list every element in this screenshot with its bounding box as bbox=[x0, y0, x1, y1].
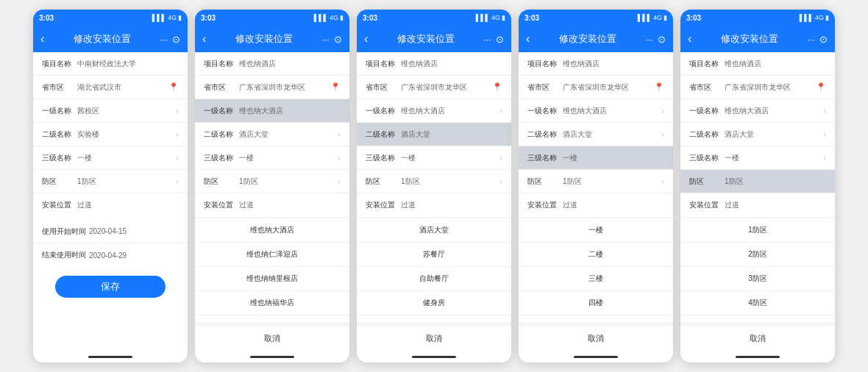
s5-dropdown-item-4[interactable]: 5防区 bbox=[680, 315, 835, 322]
s3-level1-arrow: › bbox=[499, 106, 502, 116]
nav-title-5: 修改安装位置 bbox=[721, 32, 778, 46]
s2-dropdown-item-2[interactable]: 维也纳纳里根店 bbox=[195, 267, 349, 291]
s5-dropdown-item-2[interactable]: 3防区 bbox=[680, 267, 835, 291]
end-date-value: 2020-04-29 bbox=[89, 251, 179, 260]
menu-icon-5[interactable]: ··· bbox=[807, 34, 815, 45]
settings-icon-5[interactable]: ⊙ bbox=[819, 34, 828, 45]
s5-dropdown-item-0[interactable]: 1防区 bbox=[680, 218, 835, 243]
s2-dropdown-item-1[interactable]: 维也纳仁泽迎店 bbox=[195, 243, 349, 267]
s2-level2-row[interactable]: 二级名称 酒店大堂 › bbox=[195, 123, 349, 146]
back-button-4[interactable]: ‹ bbox=[526, 32, 530, 46]
s3-zone-label: 防区 bbox=[366, 176, 398, 187]
s3-dropdown-item-2[interactable]: 自助餐厅 bbox=[357, 267, 511, 291]
s5-level3-row[interactable]: 三级名称 一楼 › bbox=[680, 146, 835, 170]
zone-arrow: › bbox=[176, 176, 179, 187]
save-button[interactable]: 保存 bbox=[55, 276, 166, 298]
s2-install-row[interactable]: 安装位置 过道 bbox=[195, 193, 349, 217]
s5-region-row[interactable]: 省市区 广东省深圳市龙华区 📍 bbox=[680, 76, 835, 99]
network-icon-4: 4G bbox=[653, 14, 662, 21]
level1-row[interactable]: 一级名称 茜校区 › bbox=[33, 99, 188, 123]
settings-icon-1[interactable]: ⊙ bbox=[172, 34, 180, 45]
s5-install-row[interactable]: 安装位置 过道 bbox=[680, 193, 835, 217]
s4-install-row[interactable]: 安装位置 过道 bbox=[519, 193, 673, 217]
s3-project-value: 维也纳酒店 bbox=[401, 59, 502, 69]
s3-dropdown-item-0[interactable]: 酒店大堂 bbox=[357, 218, 511, 243]
s4-dropdown-item-0[interactable]: 一楼 bbox=[519, 218, 673, 243]
status-bar-3: 3:03 ▌▌▌ 4G ▮ bbox=[357, 10, 511, 26]
phone-screen-2: 3:03 ▌▌▌ 4G ▮ ‹ 修改安装位置 ··· ⊙ 项目名称 维也纳酒店 … bbox=[195, 10, 349, 362]
s4-zone-arrow: › bbox=[661, 176, 664, 187]
s4-dropdown-item-4[interactable]: 五楼 bbox=[519, 315, 673, 322]
s2-region-row[interactable]: 省市区 广东省深圳市龙华区 📍 bbox=[195, 76, 349, 99]
home-indicator-4 bbox=[519, 351, 673, 362]
form-section-2: 项目名称 维也纳酒店 省市区 广东省深圳市龙华区 📍 一级名称 维也纳大酒店 ›… bbox=[195, 52, 349, 217]
settings-icon-3[interactable]: ⊙ bbox=[496, 34, 504, 45]
back-button-1[interactable]: ‹ bbox=[40, 32, 44, 46]
back-button-3[interactable]: ‹ bbox=[364, 32, 368, 46]
s4-zone-row[interactable]: 防区 1防区 › bbox=[519, 170, 673, 193]
s3-level2-row[interactable]: 二级名称 酒店大堂 › bbox=[357, 123, 511, 146]
project-name-row[interactable]: 项目名称 中南财经政法大学 bbox=[33, 52, 188, 76]
s3-level1-row[interactable]: 一级名称 维也纳大酒店 › bbox=[357, 99, 511, 123]
home-bar-2 bbox=[250, 356, 294, 358]
s4-zone-label: 防区 bbox=[527, 176, 560, 187]
s4-level3-row[interactable]: 三级名称 一楼 › bbox=[519, 146, 673, 170]
s2-dropdown-item-3[interactable]: 维也纳福华店 bbox=[195, 291, 349, 315]
s3-install-row[interactable]: 安装位置 过道 bbox=[357, 193, 511, 217]
region-row[interactable]: 省市区 湖北省武汉市 📍 bbox=[33, 76, 188, 99]
s4-dropdown-item-1[interactable]: 二楼 bbox=[519, 243, 673, 267]
form-section-1: 项目名称 中南财经政法大学 省市区 湖北省武汉市 📍 一级名称 茜校区 › 二级… bbox=[33, 52, 188, 217]
s2-dropdown-item-0[interactable]: 维也纳大酒店 bbox=[195, 218, 349, 243]
s3-level3-row[interactable]: 三级名称 一楼 › bbox=[357, 146, 511, 170]
phone-screen-1: 3:03 ▌▌▌ 4G ▮ ‹ 修改安装位置 ··· ⊙ 项目名称 中南财经政法… bbox=[33, 10, 188, 362]
level3-row[interactable]: 三级名称 一楼 › bbox=[33, 146, 188, 170]
s2-cancel[interactable]: 取消 bbox=[195, 322, 349, 351]
s4-level1-row[interactable]: 一级名称 维也纳大酒店 › bbox=[519, 99, 673, 123]
s5-project-row[interactable]: 项目名称 维也纳酒店 bbox=[680, 52, 835, 76]
s3-zone-row[interactable]: 防区 1防区 › bbox=[357, 170, 511, 193]
settings-icon-2[interactable]: ⊙ bbox=[334, 34, 342, 45]
menu-icon-2[interactable]: ··· bbox=[321, 34, 330, 45]
back-button-5[interactable]: ‹ bbox=[688, 32, 691, 46]
battery-icon-4: ▮ bbox=[664, 14, 667, 21]
s5-cancel[interactable]: 取消 bbox=[680, 322, 835, 351]
menu-icon-1[interactable]: ··· bbox=[160, 34, 168, 45]
end-date-row[interactable]: 结束使用时间 2020-04-29 bbox=[33, 243, 188, 267]
s4-dropdown-item-2[interactable]: 三楼 bbox=[519, 267, 673, 291]
s4-level2-row[interactable]: 二级名称 酒店大堂 › bbox=[519, 123, 673, 146]
signal-icon-3: ▌▌▌ bbox=[476, 14, 490, 21]
s4-region-row[interactable]: 省市区 广东省深圳市龙华区 📍 bbox=[519, 76, 673, 99]
zone-row[interactable]: 防区 1防区 › bbox=[33, 170, 188, 193]
s3-cancel[interactable]: 取消 bbox=[357, 322, 511, 351]
s5-level2-row[interactable]: 二级名称 酒店大堂 › bbox=[680, 123, 835, 146]
s3-level1-label: 一级名称 bbox=[366, 106, 398, 116]
s3-dropdown-item-4[interactable]: 一号茶竹楼 bbox=[357, 315, 511, 322]
time-1: 3:03 bbox=[39, 14, 54, 22]
s5-dropdown-item-3[interactable]: 4防区 bbox=[680, 291, 835, 315]
install-pos-row[interactable]: 安装位置 过道 bbox=[33, 193, 188, 217]
s3-project-row[interactable]: 项目名称 维也纳酒店 bbox=[357, 52, 511, 76]
s2-level3-row[interactable]: 三级名称 一楼 › bbox=[195, 146, 349, 170]
s5-level1-value: 维也纳大酒店 bbox=[725, 106, 820, 116]
level2-row[interactable]: 二级名称 实验楼 › bbox=[33, 123, 188, 146]
s4-cancel[interactable]: 取消 bbox=[519, 322, 673, 351]
back-button-2[interactable]: ‹ bbox=[202, 32, 206, 46]
settings-icon-4[interactable]: ⊙ bbox=[658, 34, 666, 45]
menu-icon-4[interactable]: ··· bbox=[645, 34, 653, 45]
s2-project-row[interactable]: 项目名称 维也纳酒店 bbox=[195, 52, 349, 76]
nav-actions-3: ··· ⊙ bbox=[483, 34, 504, 45]
s4-dropdown-item-3[interactable]: 四楼 bbox=[519, 291, 673, 315]
s3-dropdown-item-3[interactable]: 健身房 bbox=[357, 291, 511, 315]
s3-region-row[interactable]: 省市区 广东省深圳市龙华区 📍 bbox=[357, 76, 511, 99]
s2-dropdown-item-4[interactable]: 维也纳航海店 bbox=[195, 315, 349, 322]
start-date-row[interactable]: 使用开始时间 2020-04-15 bbox=[33, 220, 188, 243]
s4-project-row[interactable]: 项目名称 维也纳酒店 bbox=[519, 52, 673, 76]
menu-icon-3[interactable]: ··· bbox=[483, 34, 491, 45]
s2-zone-row[interactable]: 防区 1防区 › bbox=[195, 170, 349, 193]
s5-dropdown-item-1[interactable]: 2防区 bbox=[680, 243, 835, 267]
s2-install-value: 过道 bbox=[239, 200, 341, 210]
s3-dropdown-item-1[interactable]: 苏餐厅 bbox=[357, 243, 511, 267]
s5-level1-row[interactable]: 一级名称 维也纳大酒店 › bbox=[680, 99, 835, 123]
s5-zone-row[interactable]: 防区 1防区 › bbox=[680, 170, 835, 193]
s2-level1-row[interactable]: 一级名称 维也纳大酒店 › bbox=[195, 99, 349, 123]
